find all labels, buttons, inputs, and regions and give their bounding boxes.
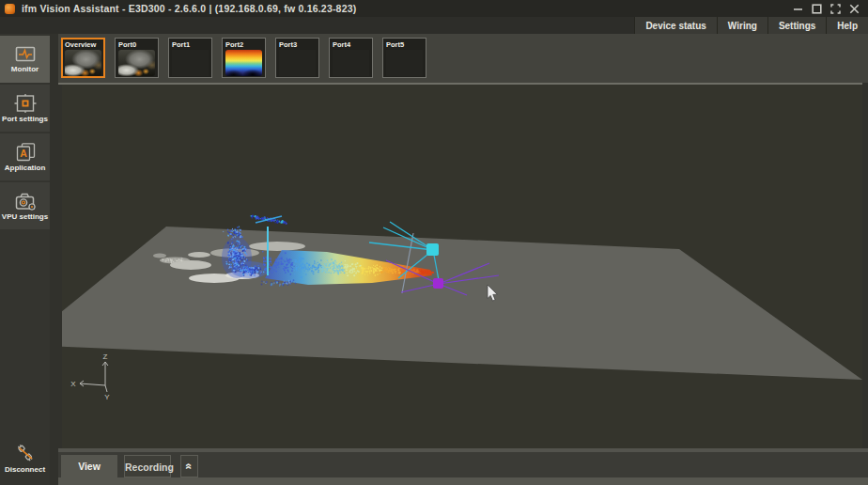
window-controls [791, 2, 868, 16]
sidebar-item-label: VPU settings [2, 212, 48, 221]
settings-button[interactable]: Settings [767, 17, 826, 34]
help-label: Help [837, 21, 858, 31]
tab-recording-label: Recording [125, 462, 174, 473]
application-icon: A [14, 143, 37, 162]
thumb-label: Port2 [224, 39, 264, 49]
sidebar-item-monitor[interactable]: Monitor [0, 36, 50, 83]
monitor-icon [14, 46, 37, 63]
thumb-preview-image [225, 50, 262, 76]
pointcloud-3d-viewport[interactable]: Z X Y [62, 85, 862, 448]
help-button[interactable]: Help [826, 17, 868, 34]
camera2-marker [433, 278, 443, 289]
device-status-label: Device status [645, 21, 705, 31]
sidebar-item-label: Monitor [11, 65, 39, 73]
window-title: ifm Vision Assistant - E3D300 - 2.6.6.0 … [22, 3, 356, 14]
wiring-button[interactable]: Wiring [717, 17, 767, 34]
thumb-label: Overview [63, 39, 103, 49]
sidebar-item-vpu-settings[interactable]: VPU settings [0, 182, 50, 229]
titlebar: ifm Vision Assistant - E3D300 - 2.6.6.0 … [0, 0, 868, 17]
thumb-preview-image [333, 50, 369, 76]
settings-label: Settings [779, 21, 815, 31]
port-settings-icon [14, 94, 37, 113]
wiring-label: Wiring [728, 21, 757, 31]
bottom-panel-tabs: View options Recording « [58, 452, 868, 477]
disconnect-icon [14, 443, 37, 463]
thumb-tab-overview[interactable]: Overview [61, 38, 105, 78]
axis-label-x: X [70, 380, 76, 388]
vpu-settings-icon [14, 192, 37, 211]
app-logo-icon [5, 4, 15, 14]
sidebar-item-label: Application [5, 164, 46, 172]
minimize-button[interactable] [791, 2, 805, 16]
close-button[interactable] [847, 2, 861, 16]
maximize-button[interactable] [810, 2, 824, 16]
thumb-preview-image [279, 50, 316, 76]
sidebar: Monitor Port settings A Application VPU … [0, 34, 50, 485]
thumb-label: Port5 [384, 39, 425, 49]
thumb-label: Port0 [116, 39, 157, 49]
thumb-label: Port3 [277, 39, 318, 49]
device-status-button[interactable]: Device status [634, 17, 716, 34]
sidebar-item-port-settings[interactable]: Port settings [0, 85, 50, 132]
minimize-icon [793, 4, 803, 14]
panel-content-strip [58, 477, 868, 485]
thumb-preview-image [386, 50, 423, 76]
thumb-preview-image [118, 50, 155, 76]
collapse-panel-button[interactable]: « [180, 455, 198, 477]
thumb-label: Port4 [331, 39, 371, 49]
chevrons-up-icon: « [184, 463, 195, 470]
scene-canvas: Z X Y [62, 85, 862, 448]
port-thumbnail-bar: Overview Port0 Port1 Port2 Port3 Port4 P… [58, 34, 868, 83]
thumb-tab-port4[interactable]: Port4 [329, 38, 373, 78]
maximize-icon [812, 4, 822, 14]
fullscreen-icon [830, 4, 841, 14]
thumb-preview-image [172, 50, 209, 76]
fullscreen-button[interactable] [829, 2, 843, 16]
svg-text:A: A [20, 148, 27, 159]
close-icon [849, 4, 860, 14]
sidebar-item-label: Port settings [2, 115, 48, 123]
thumb-tab-port1[interactable]: Port1 [168, 38, 212, 78]
floor-plane [62, 227, 862, 380]
thumb-label: Port1 [170, 39, 210, 49]
thumb-tab-port2[interactable]: Port2 [222, 38, 266, 78]
axis-indicator: Z X Y [70, 352, 110, 401]
axis-label-y: Y [104, 393, 110, 401]
menubar: Device status Wiring Settings Help [0, 17, 868, 34]
tab-view-options[interactable]: View options [61, 455, 117, 477]
thumb-tab-port5[interactable]: Port5 [382, 38, 426, 78]
thumb-preview-image [65, 50, 101, 76]
tab-recording[interactable]: Recording [124, 455, 171, 477]
camera1-marker [426, 243, 439, 256]
axis-label-z: Z [103, 352, 108, 361]
thumb-tab-port0[interactable]: Port0 [115, 38, 159, 78]
disconnect-button[interactable]: Disconnect [0, 434, 50, 481]
thumb-tab-port3[interactable]: Port3 [275, 38, 319, 78]
sidebar-item-application[interactable]: A Application [0, 133, 50, 180]
disconnect-label: Disconnect [5, 465, 45, 474]
